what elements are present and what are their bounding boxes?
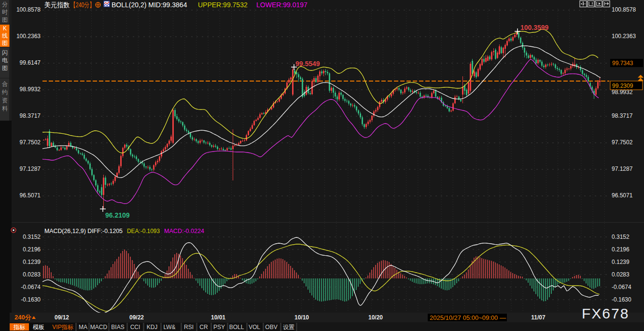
svg-text:-0.0674: -0.0674 [21, 284, 41, 290]
svg-text:约: 约 [2, 89, 8, 96]
svg-text:电: 电 [2, 57, 8, 64]
svg-text:98.9932: 98.9932 [20, 86, 41, 93]
svg-text:UPPER:99.7532: UPPER:99.7532 [198, 1, 248, 9]
svg-text:10/10: 10/10 [294, 314, 309, 321]
svg-text:100.2363: 100.2363 [16, 33, 41, 40]
svg-text:0.1239: 0.1239 [23, 259, 41, 265]
svg-text:0.3152: 0.3152 [23, 234, 41, 240]
svg-text:96.5071: 96.5071 [20, 192, 41, 199]
svg-text:MACD:-0.0224: MACD:-0.0224 [164, 227, 204, 234]
svg-text:0.1239: 0.1239 [612, 259, 630, 265]
svg-text:FX678: FX678 [582, 305, 629, 321]
svg-text:VIP指标: VIP指标 [52, 324, 73, 331]
svg-text:240分: 240分 [14, 314, 32, 321]
svg-text:09/12: 09/12 [55, 314, 69, 321]
svg-text:VOL: VOL [249, 324, 260, 331]
svg-text:KDJ: KDJ [147, 324, 158, 331]
svg-text:MACD(26,12,9) DIFF:-0.1205: MACD(26,12,9) DIFF:-0.1205 [44, 227, 123, 234]
svg-text:0.0283: 0.0283 [23, 271, 41, 278]
svg-text:MACD: MACD [90, 324, 108, 331]
svg-text:-0.1630: -0.1630 [612, 296, 631, 303]
svg-text:CCI: CCI [130, 324, 140, 331]
svg-text:10/20: 10/20 [368, 314, 383, 321]
svg-text:BOLL(20,2) MID:99.3864: BOLL(20,2) MID:99.3864 [112, 1, 187, 9]
svg-text:MA: MA [79, 324, 87, 331]
svg-text:97.7502: 97.7502 [20, 139, 41, 146]
svg-text:99.6147: 99.6147 [20, 59, 41, 66]
svg-text:RSI: RSI [184, 324, 194, 331]
svg-text:0.0283: 0.0283 [612, 271, 630, 278]
svg-text:99.2309: 99.2309 [612, 83, 633, 89]
svg-text:96.5071: 96.5071 [612, 192, 633, 199]
svg-text:图: 图 [2, 40, 8, 46]
svg-text:PSY: PSY [213, 324, 225, 331]
svg-text:指标: 指标 [13, 324, 26, 331]
svg-text:11/07: 11/07 [531, 314, 546, 321]
svg-text:0.2196: 0.2196 [23, 246, 41, 253]
svg-text:09/22: 09/22 [129, 314, 144, 321]
svg-text:合: 合 [2, 81, 8, 87]
svg-text:2025/10/27 05:00~09:00 —: 2025/10/27 05:00~09:00 — [430, 314, 506, 321]
svg-text:97.1287: 97.1287 [20, 166, 41, 172]
svg-text:闪: 闪 [2, 49, 8, 56]
svg-text:资: 资 [2, 97, 8, 104]
svg-text:98.3717: 98.3717 [612, 112, 633, 119]
svg-text:100.8578: 100.8578 [16, 6, 41, 13]
svg-text:LOWER:99.0197: LOWER:99.0197 [256, 1, 308, 9]
svg-text:97.7502: 97.7502 [612, 139, 633, 146]
svg-text:BIAS: BIAS [111, 324, 124, 331]
svg-text:CR: CR [199, 324, 208, 331]
svg-text:10/01: 10/01 [211, 314, 225, 321]
svg-text:-0.1630: -0.1630 [21, 296, 41, 303]
svg-text:0.2196: 0.2196 [612, 246, 630, 253]
svg-text:96.2109: 96.2109 [105, 211, 130, 219]
svg-text:100.3599: 100.3599 [520, 24, 549, 31]
svg-text:图: 图 [2, 16, 8, 23]
svg-text:K: K [3, 25, 7, 32]
svg-text:0.3152: 0.3152 [612, 234, 630, 240]
svg-text:分: 分 [2, 1, 8, 8]
svg-text:料: 料 [2, 105, 8, 112]
svg-text:OBV: OBV [265, 324, 277, 331]
svg-text:99.7343: 99.7343 [612, 60, 633, 67]
svg-text:LW&: LW& [163, 324, 175, 331]
svg-text:100.2363: 100.2363 [612, 33, 636, 40]
svg-text:99.5549: 99.5549 [295, 60, 320, 68]
svg-text:BOLL: BOLL [229, 324, 244, 331]
svg-text:时: 时 [2, 9, 8, 15]
svg-text:-0.0674: -0.0674 [612, 284, 631, 290]
svg-text:美元指数: 美元指数 [44, 1, 70, 9]
svg-text:100.8578: 100.8578 [612, 6, 636, 13]
svg-text:设置: 设置 [283, 324, 294, 331]
svg-text:97.1287: 97.1287 [612, 166, 633, 172]
svg-text:图: 图 [2, 65, 8, 71]
svg-text:DEA:-0.1093: DEA:-0.1093 [127, 227, 160, 234]
svg-text:线: 线 [2, 32, 8, 39]
svg-text:98.3717: 98.3717 [20, 112, 41, 119]
svg-text:【240分】: 【240分】 [70, 1, 95, 9]
svg-text:模板: 模板 [33, 324, 44, 331]
